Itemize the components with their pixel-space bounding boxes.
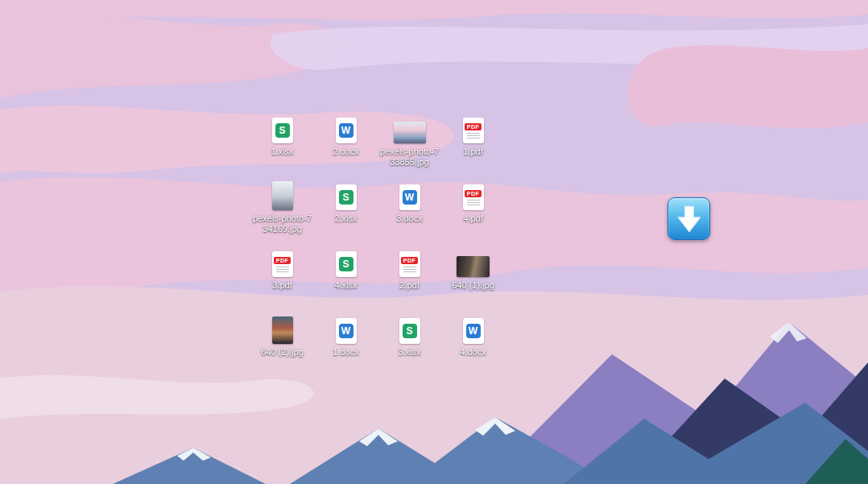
download-arrow-icon[interactable] [668,197,710,240]
desktop-icon[interactable]: S2.xlsx [314,174,378,241]
desktop-icon[interactable]: 640 (1).jpg [441,241,505,308]
pdf-file-icon: PDF [463,118,484,143]
desktop-icon[interactable]: 640 (2).jpg [250,308,314,374]
pdf-file-icon: PDF [463,184,484,210]
pdf-file-icon: PDF [272,251,293,277]
docx-file-icon: W [336,118,357,143]
file-icon-art: S [272,110,293,143]
file-label: 2.pdf [399,280,419,291]
pdf-badge: PDF [465,123,482,130]
desktop-icon[interactable]: S3.xlsx [378,308,441,374]
spreadsheet-glyph: S [403,324,417,338]
xlsx-file-icon: S [399,318,420,344]
file-label: 1.pdf [463,147,482,157]
document-lines [403,267,416,272]
file-label: pexels-photo-733855.jpg [380,147,440,167]
file-label: 3.xlsx [398,347,420,358]
file-icon-art: S [336,176,357,210]
spreadsheet-glyph: S [339,190,353,205]
docx-file-icon: W [336,318,357,344]
file-icon-art [394,110,426,143]
image-thumbnail [272,181,293,210]
image-thumbnail [272,316,293,344]
pdf-badge: PDF [465,190,482,197]
xlsx-file-icon: S [336,251,357,277]
file-label: 2.docx [333,147,358,157]
image-thumbnail [394,122,426,143]
pdf-badge: PDF [401,257,419,264]
file-icon-art: PDF [399,243,420,277]
file-icon-art: S [336,243,357,277]
file-icon-art [272,310,293,344]
file-icon-art [457,243,490,277]
file-icon-art [272,176,293,210]
docx-file-icon: W [399,184,420,210]
word-glyph: W [339,324,353,338]
document-lines [467,200,480,205]
xlsx-file-icon: S [272,118,293,143]
file-label: 640 (1).jpg [452,280,494,291]
spreadsheet-glyph: S [275,123,290,138]
file-icon-art: PDF [272,243,293,277]
file-label: 3.pdf [272,280,291,291]
document-lines [467,133,480,139]
spreadsheet-glyph: S [339,257,353,271]
desktop-icon[interactable]: pexels-photo-734169.jpg [250,174,314,241]
file-label: pexels-photo-734169.jpg [253,213,312,234]
desktop-icon[interactable]: pexels-photo-733855.jpg [378,107,441,174]
desktop-icon[interactable]: PDF1.pdf [441,107,505,174]
file-icon-art: W [336,310,357,344]
docx-file-icon: W [463,318,484,344]
file-icon-art: W [336,110,357,143]
file-label: 3.docx [396,213,422,224]
file-label: 1.xlsx [271,147,293,157]
file-icon-art: W [399,176,420,210]
desktop-icon[interactable]: W3.docx [378,174,441,241]
xlsx-file-icon: S [336,184,357,210]
desktop-icon[interactable]: W2.docx [314,107,378,174]
word-glyph: W [466,324,481,338]
image-thumbnail [457,256,490,277]
file-icon-art: PDF [463,176,484,210]
desktop-icon[interactable]: S1.xlsx [250,107,314,174]
file-label: 4.xlsx [334,280,357,291]
file-label: 2.xlsx [334,213,357,224]
file-label: 640 (2).jpg [261,347,304,358]
desktop-icon[interactable]: PDF4.pdf [441,174,505,241]
pdf-file-icon: PDF [399,251,420,277]
desktop-icon[interactable]: W4.docx [441,308,505,374]
file-icon-art: PDF [463,110,484,143]
desktop-icon[interactable]: S4.xlsx [314,241,378,308]
word-glyph: W [403,190,417,205]
desktop-icon[interactable]: PDF2.pdf [378,241,441,308]
file-label: 1.docx [333,347,358,358]
file-label: 4.pdf [463,213,482,224]
file-icon-art: S [399,310,420,344]
pdf-badge: PDF [274,257,291,264]
file-label: 4.docx [460,347,486,358]
document-lines [276,267,289,272]
file-icon-art: W [463,310,484,344]
desktop-icon-grid: S1.xlsxW2.docxpexels-photo-733855.jpgPDF… [250,107,505,374]
down-arrow-glyph [675,204,704,234]
desktop-icon[interactable]: W1.docx [314,308,378,374]
word-glyph: W [339,123,353,138]
desktop-icon[interactable]: PDF3.pdf [250,241,314,308]
